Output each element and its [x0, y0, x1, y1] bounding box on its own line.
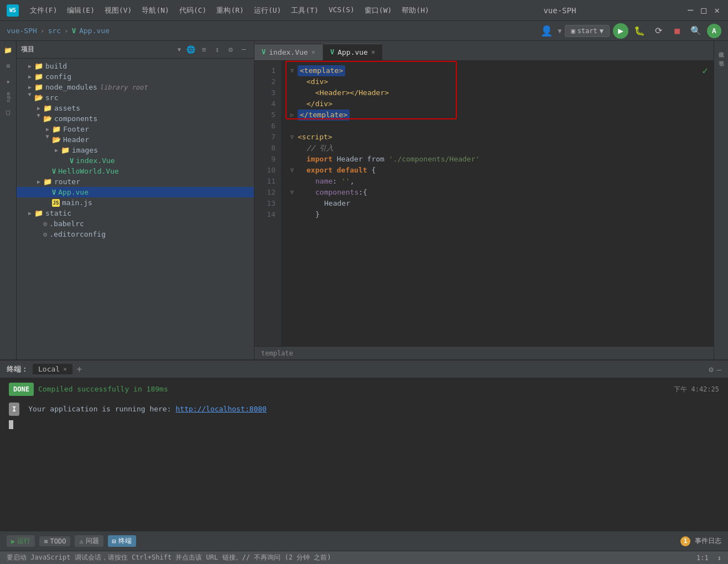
gradle-icon[interactable]: □ — [1, 105, 15, 119]
tree-item-src[interactable]: ▶ 📂 src — [17, 92, 254, 103]
settings-icon[interactable]: ⚙ — [225, 44, 236, 55]
sort-icon[interactable]: ↕ — [212, 44, 223, 55]
tree-item-babelrc[interactable]: ⚙ .babelrc — [17, 218, 254, 229]
tree-item-editorconfig[interactable]: ⚙ .editorconfig — [17, 229, 254, 239]
tab-index-vue[interactable]: V index.Vue ✕ — [254, 44, 323, 60]
menu-help[interactable]: 帮助(H) — [397, 4, 433, 17]
tree-item-header-index[interactable]: V index.Vue — [17, 155, 254, 166]
code-text-8: // 引入 — [298, 143, 334, 154]
minimize-button[interactable]: ─ — [686, 6, 695, 15]
menu-tools[interactable]: 工具(T) — [287, 4, 323, 17]
coverage-button[interactable]: ⟳ — [651, 23, 666, 39]
fold-icon-2[interactable] — [288, 77, 297, 86]
terminal-content[interactable]: DONE Compiled successfully in 189ms 下午 4… — [0, 378, 728, 531]
fold-icon-14[interactable] — [288, 210, 297, 219]
run-config-btn[interactable]: ▣ start ▼ — [565, 25, 610, 37]
breadcrumb-file[interactable]: App.vue — [79, 27, 110, 35]
tree-item-helloworld[interactable]: V HelloWorld.Vue — [17, 166, 254, 176]
folder-arrow-images: ▶ — [52, 147, 61, 153]
fold-icon-12[interactable]: ▽ — [288, 188, 297, 197]
code-content[interactable]: ✓ ▽ <template> <div> <Header></Header> — [281, 61, 714, 346]
panel-close-icon[interactable]: ─ — [238, 44, 249, 55]
breadcrumb-src[interactable]: src — [48, 27, 61, 35]
menu-window[interactable]: 窗口(W) — [360, 4, 396, 17]
close-button[interactable]: ✕ — [713, 6, 721, 15]
problems-status-btn[interactable]: ⚠ 问题 — [75, 535, 103, 547]
tab-app-vue-close[interactable]: ✕ — [371, 48, 375, 56]
code-line-3: <Header></Header> — [288, 87, 707, 98]
panel-dropdown-icon[interactable]: ▼ — [178, 46, 181, 53]
fold-icon-11[interactable] — [288, 177, 297, 186]
menu-vcs[interactable]: VCS(S) — [324, 4, 359, 17]
stop-button[interactable]: ■ — [669, 23, 685, 39]
tree-item-header[interactable]: ▶ 📂 Header — [17, 134, 254, 145]
tree-label-static: static — [45, 209, 71, 217]
collapse-all-icon[interactable]: ≡ — [199, 44, 210, 55]
search-button[interactable]: 🔍 — [688, 23, 704, 39]
npm-icon[interactable]: npm — [1, 90, 15, 104]
tree-item-config[interactable]: ▶ 📁 config — [17, 71, 254, 82]
bookmark-icon[interactable]: ★ — [1, 74, 15, 88]
fold-icon-7[interactable]: ▽ — [288, 133, 297, 142]
tree-item-appvue[interactable]: V App.vue — [17, 187, 254, 197]
run-status-btn[interactable]: ▶ 运行 — [7, 535, 35, 547]
maximize-button[interactable]: □ — [699, 6, 708, 15]
terminal-tab-close[interactable]: ✕ — [63, 365, 67, 373]
todo-status-btn[interactable]: ≡ TODO — [39, 536, 70, 546]
tree-item-footer[interactable]: ▶ 📁 Footer — [17, 124, 254, 134]
code-text-11: name: '', — [298, 176, 354, 187]
menu-file[interactable]: 文件(F) — [25, 4, 61, 17]
fold-icon-9[interactable] — [288, 155, 297, 164]
user-dropdown-arrow[interactable]: ▼ — [558, 27, 561, 35]
menu-edit[interactable]: 编辑(E) — [63, 4, 98, 17]
todo-icon: ≡ — [44, 537, 48, 545]
tree-item-images[interactable]: ▶ 📁 images — [17, 145, 254, 155]
fold-icon-8[interactable] — [288, 144, 297, 153]
tree-item-mainjs[interactable]: JS main.js — [17, 197, 254, 208]
run-play-button[interactable]: ▶ — [613, 23, 628, 39]
terminal-local-tab[interactable]: Local ✕ — [33, 364, 72, 374]
tree-item-node-modules[interactable]: ▶ 📁 node_modules library root — [17, 82, 254, 92]
tree-item-build[interactable]: ▶ 📁 build — [17, 61, 254, 71]
window-title: vue-SPH — [543, 6, 576, 15]
terminal-url-link[interactable]: http://localhost:8080 — [176, 403, 267, 415]
file-tree: ▶ 📁 build ▶ 📁 config ▶ 📁 node_modules li… — [17, 59, 254, 359]
menu-code[interactable]: 代码(C) — [175, 4, 211, 17]
event-log-label[interactable]: 事件日志 — [695, 536, 721, 546]
breadcrumb-sep1: › — [40, 27, 45, 35]
notification-badge[interactable]: A — [707, 24, 721, 38]
fold-icon-6[interactable] — [288, 122, 297, 130]
tree-item-router[interactable]: ▶ 📁 router — [17, 176, 254, 187]
fold-icon-13[interactable] — [288, 199, 297, 208]
fold-icon-3[interactable] — [288, 88, 297, 97]
fold-icon-4[interactable] — [288, 100, 297, 108]
terminal-status-btn[interactable]: ⊟ 终端 — [108, 535, 136, 547]
tree-item-static[interactable]: ▶ 📁 static — [17, 208, 254, 218]
fold-icon-1[interactable]: ▽ — [288, 66, 297, 75]
terminal-gear-icon[interactable]: ⚙ — [709, 365, 713, 374]
fold-icon-10[interactable]: ▽ — [288, 166, 297, 175]
folder-icon-config: 📁 — [34, 72, 43, 81]
tab-index-vue-close[interactable]: ✕ — [311, 48, 315, 56]
tab-app-vue[interactable]: V App.vue ✕ — [323, 44, 382, 60]
globe-icon[interactable]: 🌐 — [185, 44, 196, 55]
menu-nav[interactable]: 导航(N) — [137, 4, 173, 17]
terminal-minimize-icon[interactable]: — — [717, 365, 721, 374]
tree-label-config: config — [45, 72, 71, 81]
menu-run[interactable]: 运行(U) — [249, 4, 285, 17]
tree-item-assets[interactable]: ▶ 📁 assets — [17, 103, 254, 113]
terminal-area: 终端： Local ✕ + ⚙ — DONE Compiled successf… — [0, 359, 728, 531]
right-icon-collect[interactable]: 收藏 — [715, 43, 727, 52]
right-icon-bookmarks[interactable]: 书签 — [715, 52, 727, 61]
user-icon-btn[interactable]: 👤 — [539, 23, 554, 39]
debug-button[interactable]: 🐛 — [632, 23, 647, 39]
structure-icon[interactable]: ≡ — [1, 59, 15, 73]
fold-icon-5[interactable]: ▷ — [288, 111, 297, 119]
project-view-icon[interactable]: 📁 — [1, 43, 15, 58]
breadcrumb-project[interactable]: vue-SPH — [7, 27, 37, 35]
status-bar: ▶ 运行 ≡ TODO ⚠ 问题 ⊟ 终端 1 事件日志 — [0, 531, 728, 551]
terminal-add-tab-btn[interactable]: + — [77, 364, 82, 374]
menu-view[interactable]: 视图(V) — [100, 4, 136, 17]
menu-refactor[interactable]: 重构(R) — [212, 4, 248, 17]
tree-item-components[interactable]: ▶ 📂 components — [17, 113, 254, 124]
